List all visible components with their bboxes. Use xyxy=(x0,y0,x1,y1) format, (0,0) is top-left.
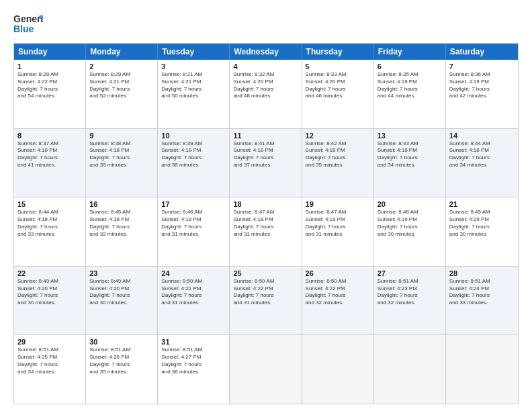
calendar-cell: 8Sunrise: 8:37 AMSunset: 4:18 PMDaylight… xyxy=(14,129,86,197)
day-number: 13 xyxy=(378,132,442,140)
calendar-cell: 22Sunrise: 8:49 AMSunset: 4:20 PMDayligh… xyxy=(14,267,86,335)
header-day-monday: Monday xyxy=(86,44,158,60)
cell-info: Sunrise: 8:28 AMSunset: 4:22 PMDaylight:… xyxy=(17,71,82,100)
cell-info: Sunrise: 8:37 AMSunset: 4:18 PMDaylight:… xyxy=(17,140,82,169)
cell-info: Sunrise: 8:33 AMSunset: 4:20 PMDaylight:… xyxy=(306,71,370,100)
calendar-cell: 1Sunrise: 8:28 AMSunset: 4:22 PMDaylight… xyxy=(14,60,86,128)
cell-info: Sunrise: 8:42 AMSunset: 4:18 PMDaylight:… xyxy=(306,140,370,169)
cell-info: Sunrise: 8:44 AMSunset: 4:18 PMDaylight:… xyxy=(449,140,515,169)
cell-info: Sunrise: 8:50 AMSunset: 4:22 PMDaylight:… xyxy=(306,278,370,307)
calendar-cell: 3Sunrise: 8:31 AMSunset: 4:21 PMDaylight… xyxy=(158,60,230,128)
day-number: 26 xyxy=(306,269,370,277)
calendar-cell: 23Sunrise: 8:49 AMSunset: 4:20 PMDayligh… xyxy=(86,267,158,335)
calendar-cell: 18Sunrise: 8:47 AMSunset: 4:18 PMDayligh… xyxy=(230,197,302,266)
cell-info: Sunrise: 8:38 AMSunset: 4:18 PMDaylight:… xyxy=(89,140,154,169)
day-number: 27 xyxy=(378,269,442,277)
calendar-cell: 15Sunrise: 8:44 AMSunset: 4:18 PMDayligh… xyxy=(14,197,86,266)
calendar-cell: 14Sunrise: 8:44 AMSunset: 4:18 PMDayligh… xyxy=(446,129,518,197)
calendar-cell: 12Sunrise: 8:42 AMSunset: 4:18 PMDayligh… xyxy=(302,129,374,197)
day-number: 31 xyxy=(161,338,226,346)
calendar-cell: 7Sunrise: 8:36 AMSunset: 4:19 PMDaylight… xyxy=(446,60,518,128)
calendar-cell: 16Sunrise: 8:45 AMSunset: 4:18 PMDayligh… xyxy=(86,197,158,266)
cell-info: Sunrise: 8:43 AMSunset: 4:18 PMDaylight:… xyxy=(378,140,442,169)
cell-info: Sunrise: 8:49 AMSunset: 4:20 PMDaylight:… xyxy=(89,278,154,307)
calendar-cell: 24Sunrise: 8:50 AMSunset: 4:21 PMDayligh… xyxy=(158,267,230,335)
day-number: 25 xyxy=(233,269,298,277)
calendar-cell: 13Sunrise: 8:43 AMSunset: 4:18 PMDayligh… xyxy=(374,129,446,197)
day-number: 7 xyxy=(449,62,515,71)
cell-info: Sunrise: 8:35 AMSunset: 4:19 PMDaylight:… xyxy=(378,71,442,100)
header-day-tuesday: Tuesday xyxy=(158,44,230,60)
cell-info: Sunrise: 8:48 AMSunset: 4:19 PMDaylight:… xyxy=(378,209,442,238)
cell-info: Sunrise: 8:29 AMSunset: 4:21 PMDaylight:… xyxy=(89,71,154,100)
day-number: 12 xyxy=(306,132,370,140)
cell-info: Sunrise: 8:39 AMSunset: 4:18 PMDaylight:… xyxy=(161,140,226,169)
calendar-cell: 4Sunrise: 8:32 AMSunset: 4:20 PMDaylight… xyxy=(230,60,302,128)
calendar-cell: 17Sunrise: 8:46 AMSunset: 4:18 PMDayligh… xyxy=(158,197,230,266)
day-number: 5 xyxy=(306,62,370,71)
day-number: 8 xyxy=(17,132,82,140)
day-number: 19 xyxy=(306,200,370,208)
calendar-row-3: 15Sunrise: 8:44 AMSunset: 4:18 PMDayligh… xyxy=(14,197,518,266)
calendar-row-2: 8Sunrise: 8:37 AMSunset: 4:18 PMDaylight… xyxy=(14,128,518,197)
calendar-cell: 26Sunrise: 8:50 AMSunset: 4:22 PMDayligh… xyxy=(302,267,374,335)
logo-svg: General Blue xyxy=(13,12,43,36)
calendar-body: 1Sunrise: 8:28 AMSunset: 4:22 PMDaylight… xyxy=(14,60,518,404)
calendar-header: SundayMondayTuesdayWednesdayThursdayFrid… xyxy=(14,44,518,60)
cell-info: Sunrise: 8:50 AMSunset: 4:22 PMDaylight:… xyxy=(233,278,298,307)
calendar-cell xyxy=(230,335,302,404)
cell-info: Sunrise: 8:51 AMSunset: 4:27 PMDaylight:… xyxy=(161,347,226,375)
calendar-cell: 25Sunrise: 8:50 AMSunset: 4:22 PMDayligh… xyxy=(230,267,302,335)
calendar-row-5: 29Sunrise: 8:51 AMSunset: 4:25 PMDayligh… xyxy=(14,334,518,404)
cell-info: Sunrise: 8:47 AMSunset: 4:18 PMDaylight:… xyxy=(233,209,298,238)
svg-text:General: General xyxy=(13,13,43,24)
day-number: 29 xyxy=(17,338,82,346)
day-number: 2 xyxy=(89,62,154,71)
cell-info: Sunrise: 8:51 AMSunset: 4:24 PMDaylight:… xyxy=(449,278,515,307)
calendar-cell: 19Sunrise: 8:47 AMSunset: 4:19 PMDayligh… xyxy=(302,197,374,266)
calendar: SundayMondayTuesdayWednesdayThursdayFrid… xyxy=(13,43,519,404)
day-number: 22 xyxy=(17,269,82,277)
calendar-cell: 28Sunrise: 8:51 AMSunset: 4:24 PMDayligh… xyxy=(446,267,518,335)
cell-info: Sunrise: 8:44 AMSunset: 4:18 PMDaylight:… xyxy=(17,209,82,238)
calendar-cell xyxy=(302,335,374,404)
calendar-cell xyxy=(446,335,518,404)
day-number: 3 xyxy=(161,62,226,71)
header-day-saturday: Saturday xyxy=(446,44,518,60)
day-number: 21 xyxy=(449,200,515,208)
day-number: 15 xyxy=(17,200,82,208)
day-number: 14 xyxy=(449,132,515,140)
calendar-cell: 27Sunrise: 8:51 AMSunset: 4:23 PMDayligh… xyxy=(374,267,446,335)
day-number: 20 xyxy=(378,200,442,208)
calendar-cell xyxy=(374,335,446,404)
header-day-wednesday: Wednesday xyxy=(230,44,302,60)
cell-info: Sunrise: 8:51 AMSunset: 4:23 PMDaylight:… xyxy=(378,278,442,307)
day-number: 9 xyxy=(89,132,154,140)
day-number: 10 xyxy=(161,132,226,140)
day-number: 6 xyxy=(378,62,442,71)
cell-info: Sunrise: 8:50 AMSunset: 4:21 PMDaylight:… xyxy=(161,278,226,307)
calendar-cell: 11Sunrise: 8:41 AMSunset: 4:18 PMDayligh… xyxy=(230,129,302,197)
cell-info: Sunrise: 8:41 AMSunset: 4:18 PMDaylight:… xyxy=(233,140,298,169)
day-number: 4 xyxy=(233,62,298,71)
cell-info: Sunrise: 8:46 AMSunset: 4:18 PMDaylight:… xyxy=(161,209,226,238)
cell-info: Sunrise: 8:51 AMSunset: 4:26 PMDaylight:… xyxy=(89,347,154,375)
day-number: 23 xyxy=(89,269,154,277)
calendar-cell: 5Sunrise: 8:33 AMSunset: 4:20 PMDaylight… xyxy=(302,60,374,128)
calendar-cell: 2Sunrise: 8:29 AMSunset: 4:21 PMDaylight… xyxy=(86,60,158,128)
calendar-cell: 20Sunrise: 8:48 AMSunset: 4:19 PMDayligh… xyxy=(374,197,446,266)
calendar-cell: 31Sunrise: 8:51 AMSunset: 4:27 PMDayligh… xyxy=(158,335,230,404)
header-day-thursday: Thursday xyxy=(302,44,374,60)
day-number: 17 xyxy=(161,200,226,208)
day-number: 1 xyxy=(17,62,82,71)
cell-info: Sunrise: 8:45 AMSunset: 4:18 PMDaylight:… xyxy=(89,209,154,238)
calendar-cell: 29Sunrise: 8:51 AMSunset: 4:25 PMDayligh… xyxy=(14,335,86,404)
cell-info: Sunrise: 8:31 AMSunset: 4:21 PMDaylight:… xyxy=(161,71,226,100)
calendar-cell: 30Sunrise: 8:51 AMSunset: 4:26 PMDayligh… xyxy=(86,335,158,404)
cell-info: Sunrise: 8:49 AMSunset: 4:19 PMDaylight:… xyxy=(449,209,515,238)
calendar-cell: 21Sunrise: 8:49 AMSunset: 4:19 PMDayligh… xyxy=(446,197,518,266)
cell-info: Sunrise: 8:51 AMSunset: 4:25 PMDaylight:… xyxy=(17,347,82,375)
day-number: 11 xyxy=(233,132,298,140)
calendar-cell: 9Sunrise: 8:38 AMSunset: 4:18 PMDaylight… xyxy=(86,129,158,197)
cell-info: Sunrise: 8:49 AMSunset: 4:20 PMDaylight:… xyxy=(17,278,82,307)
